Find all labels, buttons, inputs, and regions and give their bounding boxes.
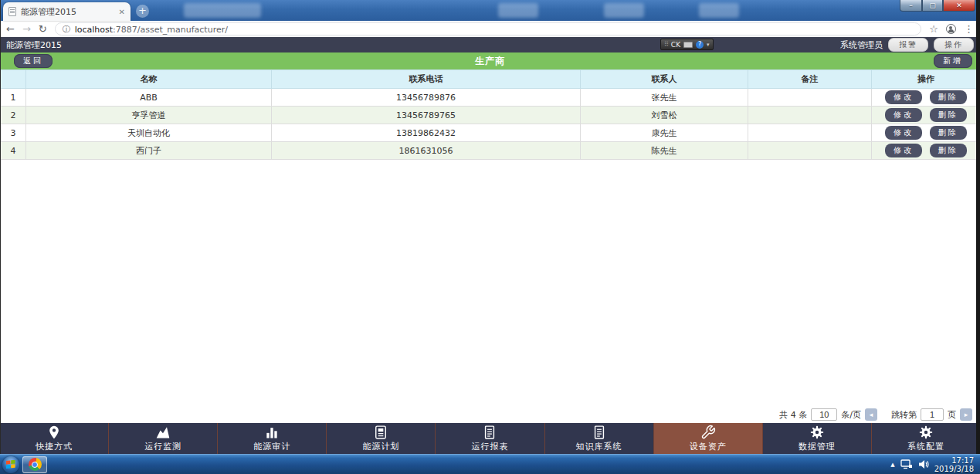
window-edge [976,0,980,454]
url-path: :7887/asset_manufacturer/ [113,25,228,35]
delete-button[interactable]: 删除 [930,108,967,122]
page-title: 生产商 [0,55,980,68]
modify-button[interactable]: 修改 [885,90,922,104]
cell-name: 西门子 [26,142,272,160]
modify-button[interactable]: 修改 [885,108,922,122]
taskbar-clock[interactable]: 17:17 2019/3/18 [934,456,974,473]
delete-button[interactable]: 删除 [930,126,967,140]
glass-reflection [604,3,644,18]
profile-icon[interactable] [946,24,956,34]
cell-name: 天圳自动化 [26,124,272,142]
col-operation: 操作 [872,70,980,89]
nav-item-system-config[interactable]: 系统配置 [871,423,980,454]
nav-item-monitoring[interactable]: 运行监测 [108,423,217,454]
start-button[interactable] [2,456,19,473]
gear-icon [917,425,935,440]
table-row: 2 亨孚管道 13456789765 刘雪松 修改 删除 [1,107,980,124]
bottom-nav: 快捷方式 运行监测 能源审计 能源计划 运行报表 知识库系统 设备资产 数据管 [0,423,980,454]
browser-toolbar: ← → ↻ ⓘ localhost:7887/asset_manufacture… [0,21,980,37]
reload-icon[interactable]: ↻ [39,24,47,34]
tab-close-icon[interactable]: ✕ [119,8,125,16]
delete-button[interactable]: 删除 [930,144,967,157]
nav-item-energy-plan[interactable]: 能源计划 [326,423,435,454]
clock-date: 2019/3/18 [934,465,974,473]
ime-keyboard-icon[interactable] [683,42,693,48]
nav-item-energy-audit[interactable]: 能源审计 [217,423,326,454]
col-contact: 联系人 [581,70,748,89]
url-host: localhost [75,25,113,35]
menu-icon[interactable]: ⋮ [964,24,974,34]
cell-remark [748,89,872,107]
tab-title: 能源管理2015 [21,6,114,18]
next-page-button[interactable]: ▸ [960,408,972,421]
ime-grip-icon[interactable]: ⠿ [664,41,668,48]
nav-item-quick-access[interactable]: 快捷方式 [0,423,108,454]
nav-label: 设备资产 [690,441,727,452]
forward-icon[interactable]: → [22,24,31,34]
modify-button[interactable]: 修改 [885,144,922,157]
cell-remark [748,107,872,124]
operate-button[interactable]: 操作 [934,38,974,52]
cell-name: ABB [26,89,272,107]
browser-tab[interactable]: 能源管理2015 ✕ [3,2,131,21]
nav-item-reports[interactable]: 运行报表 [435,423,544,454]
user-role-label: 系统管理员 [840,39,883,51]
prev-page-button[interactable]: ◂ [865,408,877,421]
nav-label: 能源审计 [253,441,290,452]
add-button[interactable]: 新增 [934,54,972,68]
header-right: 系统管理员 报警 操作 [840,38,974,52]
address-bar[interactable]: ⓘ localhost:7887/asset_manufacturer/ [55,22,922,36]
clock-time: 17:17 [934,456,974,465]
network-icon[interactable] [900,459,913,469]
maximize-button[interactable]: ▢ [922,0,943,12]
total-count-label: 共 4 条 [779,409,807,421]
nav-item-knowledge-base[interactable]: 知识库系统 [544,423,653,454]
table-row: 1 ABB 13456789876 张先生 修改 删除 [1,89,980,107]
back-button[interactable]: 返回 [14,54,53,68]
nav-label: 运行报表 [471,441,508,452]
ime-help-icon[interactable]: ? [696,41,704,49]
bar-chart-icon [263,425,281,440]
chrome-icon [29,458,42,471]
row-index: 3 [1,124,26,142]
speaker-icon[interactable] [918,459,929,469]
ime-mode-label[interactable]: CK [671,41,680,49]
back-icon[interactable]: ← [6,24,15,34]
minimize-button[interactable]: – [900,0,922,12]
page-favicon-icon [8,7,16,16]
nav-label: 数据管理 [799,441,836,452]
page-size-input[interactable] [811,408,837,421]
new-tab-button[interactable]: + [136,5,149,18]
windows-logo-icon [6,460,15,469]
page-info-icon[interactable]: ⓘ [63,24,70,35]
ime-arrow-icon[interactable]: ▾ [707,42,710,48]
url-text: localhost:7887/asset_manufacturer/ [75,24,228,35]
cell-phone: 13456789765 [272,107,581,124]
close-button[interactable]: ✕ [943,0,975,12]
table-header-row: 名称 联系电话 联系人 备注 操作 [1,70,980,89]
modify-button[interactable]: 修改 [885,126,922,140]
cell-contact: 刘雪松 [581,107,748,124]
manufacturer-table: 名称 联系电话 联系人 备注 操作 1 ABB 13456789876 张先生 … [0,69,980,160]
ime-toolbar[interactable]: ⠿ CK ? ▾ [660,39,714,50]
page-number-input[interactable] [921,408,944,421]
app-header: 能源管理2015 ⠿ CK ? ▾ 系统管理员 报警 操作 [0,37,980,52]
cell-contact: 陈先生 [581,142,748,160]
jump-label: 跳转第 [891,409,917,421]
app-title: 能源管理2015 [6,39,62,51]
cell-contact: 康先生 [581,124,748,142]
table-row: 4 西门子 1861631056 陈先生 修改 删除 [1,142,980,160]
windows-taskbar: ▲ 17:17 2019/3/18 [0,454,980,474]
alarm-button[interactable]: 报警 [888,38,928,52]
tray-expand-icon[interactable]: ▲ [890,462,894,468]
delete-button[interactable]: 删除 [930,90,967,104]
nav-label: 运行监测 [144,441,181,452]
chrome-taskbar-button[interactable] [22,456,47,473]
window-edge [0,0,1,454]
bookmark-star-icon[interactable]: ☆ [929,24,938,34]
nav-label: 知识库系统 [576,441,622,452]
cell-operation: 修改 删除 [872,124,980,142]
nav-item-data-management[interactable]: 数据管理 [762,423,871,454]
nav-item-equipment-assets[interactable]: 设备资产 [653,423,762,454]
wrench-icon [699,425,717,440]
